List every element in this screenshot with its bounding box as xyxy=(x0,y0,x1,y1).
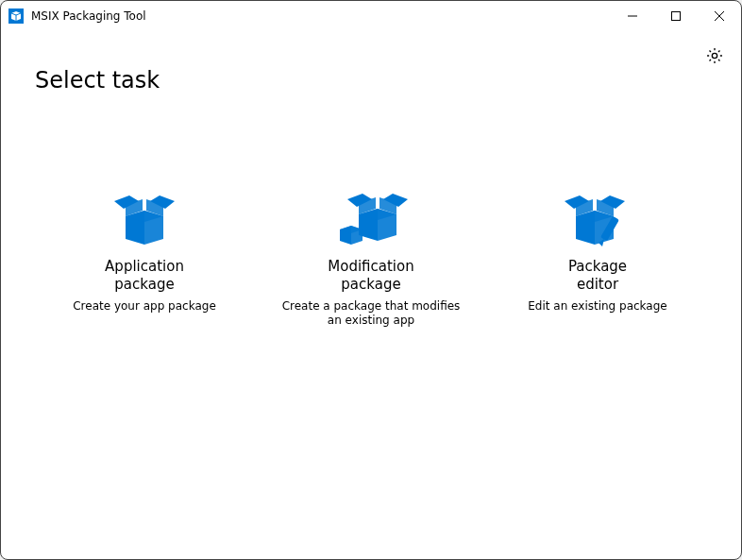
svg-rect-2 xyxy=(672,12,681,21)
page-title: Select task xyxy=(35,67,707,93)
titlebar: MSIX Packaging Tool xyxy=(1,1,741,31)
task-package-editor[interactable]: Package editor Edit an existing package xyxy=(498,178,697,340)
task-application-package[interactable]: Application package Create your app pack… xyxy=(45,178,244,340)
box-open-icon xyxy=(51,186,238,252)
gear-icon xyxy=(705,46,724,65)
close-button[interactable] xyxy=(698,1,741,31)
window-title: MSIX Packaging Tool xyxy=(31,9,611,23)
box-edit-icon xyxy=(504,186,691,252)
content-area: Select task xyxy=(1,31,741,559)
task-list: Application package Create your app pack… xyxy=(35,178,707,340)
task-description: Create your app package xyxy=(51,299,238,314)
maximize-button[interactable] xyxy=(654,1,698,31)
task-description: Create a package that modifies an existi… xyxy=(278,299,464,329)
task-modification-package[interactable]: Modification package Create a package th… xyxy=(272,178,470,340)
box-modify-icon xyxy=(278,186,464,252)
task-title: Package editor xyxy=(504,258,691,294)
app-icon xyxy=(8,8,24,24)
task-title: Modification package xyxy=(278,258,464,294)
svg-point-5 xyxy=(712,53,717,58)
minimize-button[interactable] xyxy=(611,1,654,31)
settings-button[interactable] xyxy=(701,42,728,69)
task-description: Edit an existing package xyxy=(504,299,691,314)
window-controls xyxy=(611,1,741,31)
task-title: Application package xyxy=(51,258,238,294)
window: MSIX Packaging Tool Select task xyxy=(0,0,742,560)
